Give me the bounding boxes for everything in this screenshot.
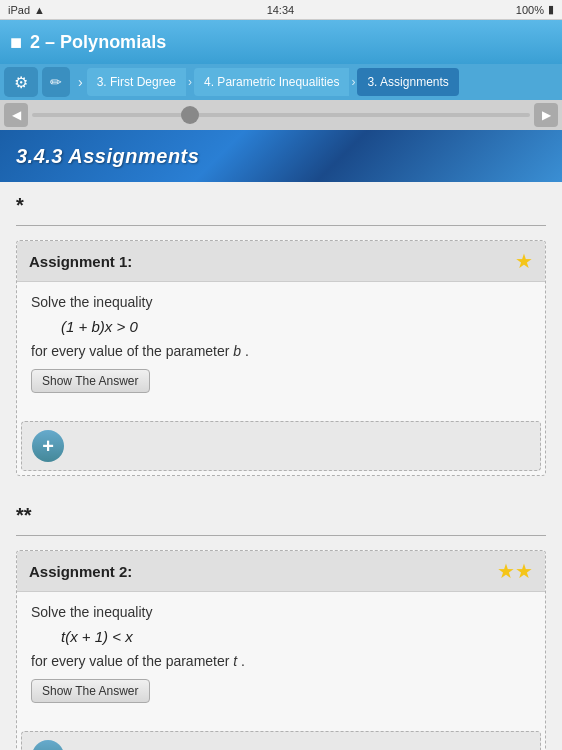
assignment-1-header: Assignment 1: ★ <box>17 241 545 282</box>
assignment-1-body: Solve the inequality (1 + b)x > 0 for ev… <box>17 282 545 413</box>
assignment-2-header: Assignment 2: ★★ <box>17 551 545 592</box>
nav-bar: ⚙ ✏ › 3. First Degree › 4. Parametric In… <box>0 64 562 100</box>
status-left: iPad ▲ <box>8 4 45 16</box>
title-bar: ■ 2 – Polynomials <box>0 20 562 64</box>
slider-thumb[interactable] <box>181 106 199 124</box>
section-title: 3.4.3 Assignments <box>16 145 199 168</box>
add-note-2-button[interactable]: + <box>32 740 64 750</box>
status-time: 14:34 <box>267 4 295 16</box>
section-header: 3.4.3 Assignments <box>0 130 562 182</box>
pencil-icon: ✏ <box>50 74 62 90</box>
add-note-area-1: + <box>21 421 541 471</box>
assignment-2-stars: ★★ <box>497 559 533 583</box>
add-icon-1: + <box>42 435 54 458</box>
assignment-1-instruction: Solve the inequality <box>31 294 531 310</box>
breadcrumb-separator-0: › <box>78 74 83 90</box>
assignment-2-title: Assignment 2: <box>29 563 132 580</box>
status-bar: iPad ▲ 14:34 100% ▮ <box>0 0 562 20</box>
assignment-2-instruction: Solve the inequality <box>31 604 531 620</box>
assignment-1-formula: (1 + b)x > 0 <box>61 318 531 335</box>
assignment-1-stars: ★ <box>515 249 533 273</box>
divider-1 <box>16 225 546 226</box>
assignment-1-param: for every value of the parameter b . <box>31 343 531 359</box>
slider-prev-button[interactable]: ◀ <box>4 103 28 127</box>
assignment-2-param: for every value of the parameter t . <box>31 653 531 669</box>
breadcrumb-first-degree[interactable]: 3. First Degree <box>87 68 186 96</box>
assignment-card-1: Assignment 1: ★ Solve the inequality (1 … <box>16 240 546 476</box>
breadcrumb-separator-2: › <box>351 75 355 89</box>
settings-icon: ⚙ <box>14 73 28 92</box>
assignment-1-title: Assignment 1: <box>29 253 132 270</box>
settings-button[interactable]: ⚙ <box>4 67 38 97</box>
assignment-2-body: Solve the inequality t(x + 1) < x for ev… <box>17 592 545 723</box>
battery-label: 100% <box>516 4 544 16</box>
breadcrumb-separator-1: › <box>188 75 192 89</box>
divider-2 <box>16 535 546 536</box>
assignment-card-2: Assignment 2: ★★ Solve the inequality t(… <box>16 550 546 750</box>
breadcrumb-parametric[interactable]: 4. Parametric Inequalities <box>194 68 349 96</box>
book-icon: ■ <box>10 31 22 54</box>
slider-bar: ◀ ▶ <box>0 100 562 130</box>
show-answer-2-button[interactable]: Show The Answer <box>31 679 150 703</box>
add-icon-2: + <box>42 745 54 751</box>
main-content: * Assignment 1: ★ Solve the inequality (… <box>0 182 562 750</box>
battery-icon: ▮ <box>548 3 554 16</box>
show-answer-1-button[interactable]: Show The Answer <box>31 369 150 393</box>
title-text: 2 – Polynomials <box>30 32 166 53</box>
pencil-button[interactable]: ✏ <box>42 67 70 97</box>
assignment-2-formula: t(x + 1) < x <box>61 628 531 645</box>
ipad-label: iPad <box>8 4 30 16</box>
wifi-icon: ▲ <box>34 4 45 16</box>
breadcrumbs: 3. First Degree › 4. Parametric Inequali… <box>87 64 558 100</box>
slider-track <box>32 113 530 117</box>
difficulty-level-1: * <box>16 182 546 225</box>
add-note-1-button[interactable]: + <box>32 430 64 462</box>
status-right: 100% ▮ <box>516 3 554 16</box>
next-icon: ▶ <box>542 108 551 122</box>
prev-icon: ◀ <box>12 108 21 122</box>
add-note-area-2: + <box>21 731 541 750</box>
breadcrumb-assignments[interactable]: 3. Assignments <box>357 68 458 96</box>
slider-next-button[interactable]: ▶ <box>534 103 558 127</box>
difficulty-level-2: ** <box>16 492 546 535</box>
